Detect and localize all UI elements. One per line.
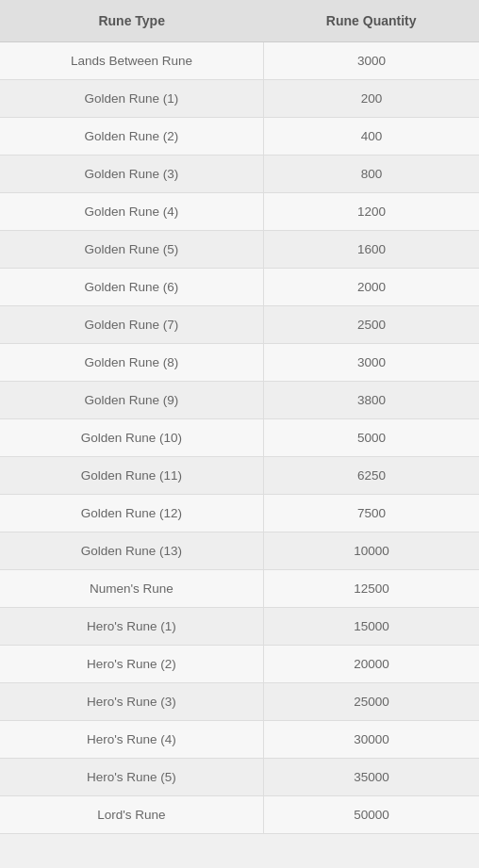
cell-rune-quantity: 15000: [263, 608, 479, 646]
table-header-row: Rune Type Rune Quantity: [0, 0, 479, 42]
cell-rune-type: Numen's Rune: [0, 570, 263, 608]
cell-rune-type: Lord's Rune: [0, 796, 263, 834]
cell-rune-type: Hero's Rune (4): [0, 721, 263, 759]
table-row: Golden Rune (3)800: [0, 156, 479, 193]
header-rune-quantity: Rune Quantity: [263, 0, 479, 42]
cell-rune-type: Golden Rune (6): [0, 269, 263, 306]
cell-rune-type: Hero's Rune (3): [0, 683, 263, 721]
table-row: Golden Rune (4)1200: [0, 193, 479, 231]
cell-rune-type: Golden Rune (7): [0, 306, 263, 344]
table-row: Golden Rune (5)1600: [0, 231, 479, 269]
cell-rune-type: Golden Rune (4): [0, 193, 263, 231]
cell-rune-quantity: 200: [263, 80, 479, 118]
table-row: Golden Rune (7)2500: [0, 306, 479, 344]
cell-rune-quantity: 2000: [263, 269, 479, 306]
rune-table-container: Rune Type Rune Quantity Lands Between Ru…: [0, 0, 479, 834]
cell-rune-quantity: 3000: [263, 42, 479, 80]
header-rune-type: Rune Type: [0, 0, 263, 42]
cell-rune-quantity: 1600: [263, 231, 479, 269]
table-row: Golden Rune (10)5000: [0, 419, 479, 457]
table-row: Lands Between Rune3000: [0, 42, 479, 80]
table-row: Numen's Rune12500: [0, 570, 479, 608]
cell-rune-quantity: 30000: [263, 721, 479, 759]
table-row: Hero's Rune (2)20000: [0, 646, 479, 683]
cell-rune-quantity: 25000: [263, 683, 479, 721]
cell-rune-quantity: 35000: [263, 759, 479, 796]
cell-rune-quantity: 7500: [263, 495, 479, 532]
table-row: Lord's Rune50000: [0, 796, 479, 834]
table-row: Hero's Rune (1)15000: [0, 608, 479, 646]
table-row: Golden Rune (9)3800: [0, 382, 479, 419]
cell-rune-quantity: 1200: [263, 193, 479, 231]
cell-rune-quantity: 10000: [263, 532, 479, 570]
cell-rune-type: Lands Between Rune: [0, 42, 263, 80]
cell-rune-quantity: 3800: [263, 382, 479, 419]
table-row: Hero's Rune (4)30000: [0, 721, 479, 759]
cell-rune-type: Hero's Rune (5): [0, 759, 263, 796]
cell-rune-quantity: 5000: [263, 419, 479, 457]
cell-rune-type: Hero's Rune (1): [0, 608, 263, 646]
cell-rune-type: Golden Rune (2): [0, 118, 263, 156]
table-row: Golden Rune (13)10000: [0, 532, 479, 570]
table-row: Hero's Rune (5)35000: [0, 759, 479, 796]
table-row: Golden Rune (11)6250: [0, 457, 479, 495]
table-row: Golden Rune (12)7500: [0, 495, 479, 532]
cell-rune-quantity: 2500: [263, 306, 479, 344]
rune-table: Rune Type Rune Quantity Lands Between Ru…: [0, 0, 479, 834]
table-row: Golden Rune (1)200: [0, 80, 479, 118]
cell-rune-type: Golden Rune (11): [0, 457, 263, 495]
cell-rune-quantity: 400: [263, 118, 479, 156]
table-row: Golden Rune (2)400: [0, 118, 479, 156]
cell-rune-quantity: 6250: [263, 457, 479, 495]
cell-rune-type: Golden Rune (10): [0, 419, 263, 457]
cell-rune-type: Hero's Rune (2): [0, 646, 263, 683]
cell-rune-quantity: 3000: [263, 344, 479, 382]
cell-rune-type: Golden Rune (12): [0, 495, 263, 532]
cell-rune-type: Golden Rune (13): [0, 532, 263, 570]
table-row: Golden Rune (6)2000: [0, 269, 479, 306]
cell-rune-quantity: 12500: [263, 570, 479, 608]
cell-rune-quantity: 20000: [263, 646, 479, 683]
cell-rune-quantity: 800: [263, 156, 479, 193]
cell-rune-type: Golden Rune (1): [0, 80, 263, 118]
table-row: Hero's Rune (3)25000: [0, 683, 479, 721]
table-row: Golden Rune (8)3000: [0, 344, 479, 382]
cell-rune-quantity: 50000: [263, 796, 479, 834]
cell-rune-type: Golden Rune (8): [0, 344, 263, 382]
cell-rune-type: Golden Rune (5): [0, 231, 263, 269]
cell-rune-type: Golden Rune (3): [0, 156, 263, 193]
cell-rune-type: Golden Rune (9): [0, 382, 263, 419]
